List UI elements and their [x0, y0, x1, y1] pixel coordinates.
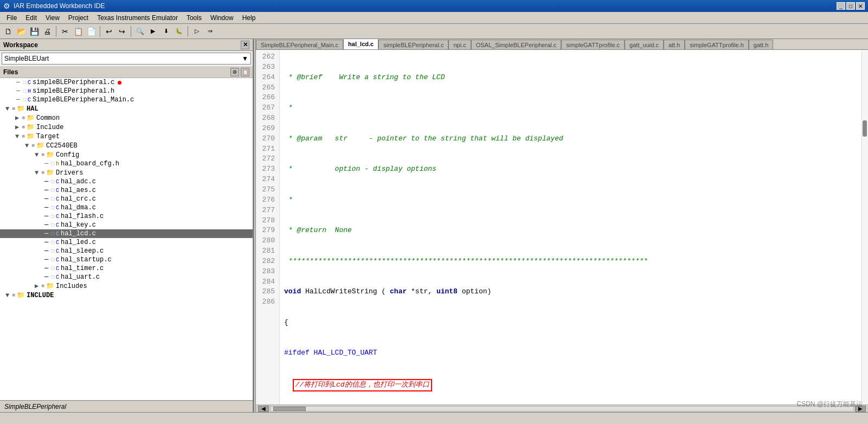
menu-item-view[interactable]: View: [41, 13, 64, 23]
tree-item-Config[interactable]: ▼ ■ 📁 Config: [0, 150, 253, 159]
tree-label: CC2540EB: [46, 142, 78, 150]
folder-icon-target: 📁: [27, 132, 35, 140]
tree-item-Include[interactable]: ▶ ■ 📁 Include: [0, 123, 253, 132]
workspace-header: Workspace ✕: [0, 39, 253, 51]
tree-item-hal-aes[interactable]: ─ □ C hal_aes.c: [0, 186, 253, 195]
tab-simpleGATTprofile-h[interactable]: simpleGATTprofile.h: [685, 40, 748, 49]
tree-label: hal_flash.c: [61, 213, 104, 220]
tab-simpleGATTprofile-c[interactable]: simpleGATTprofile.c: [561, 40, 625, 49]
toolbar-new[interactable]: 🗋: [2, 25, 14, 37]
tree-item-hal-dma[interactable]: ─ □ C hal_dma.c: [0, 203, 253, 212]
tree-item-CC2540EB[interactable]: ▼ ■ 📁 CC2540EB: [0, 141, 253, 150]
tree-label: simpleBLEPeripheral.c: [33, 79, 114, 86]
tree-item-hal-timer[interactable]: ─ □ C hal_timer.c: [0, 264, 253, 273]
code-line-263: *: [284, 103, 861, 113]
file-icon-c: C: [28, 80, 31, 86]
line-numbers: 262 263 264 265 266 267 268 269 270 271 …: [256, 50, 280, 404]
files-tool-1[interactable]: ⚙: [230, 68, 239, 76]
tree-item-hal-board-cfg[interactable]: ─ □ h hal_board_cfg.h: [0, 159, 253, 168]
toolbar-build[interactable]: ▶: [147, 25, 159, 37]
tab-gatt-h[interactable]: gatt.h: [749, 40, 774, 49]
tree-minus-icon: ─: [16, 79, 22, 86]
tab-gatt-uuid[interactable]: gatt_uuid.c: [625, 40, 664, 49]
files-header: Files ⚙ 📋: [0, 66, 253, 78]
window-close[interactable]: ✕: [856, 2, 865, 10]
workspace-bottom-tab[interactable]: SimpleBLEPeripheral: [0, 400, 253, 412]
tree-item-hal-flash[interactable]: ─ □ C hal_flash.c: [0, 212, 253, 221]
menu-item-file[interactable]: File: [2, 13, 21, 23]
toolbar-debug[interactable]: 🐛: [173, 25, 185, 37]
menu-item-window[interactable]: Window: [206, 13, 238, 23]
folder-icon-config: 📁: [46, 151, 54, 159]
window-minimize[interactable]: _: [837, 2, 845, 10]
toolbar-run[interactable]: ▷: [191, 25, 203, 37]
tab-hal-lcd[interactable]: hal_lcd.c: [343, 39, 378, 49]
menu-bar: FileEditViewProjectTexas Instruments Emu…: [0, 12, 868, 24]
menu-item-texas-instruments-emulator[interactable]: Texas Instruments Emulator: [93, 13, 182, 23]
tree-item-hal-adc[interactable]: ─ □ C hal_adc.c: [0, 177, 253, 186]
editor-bottom-scrollbar[interactable]: ◀ ▶: [256, 404, 868, 412]
file-icon-c2: C: [28, 97, 31, 103]
code-line-268: ****************************************…: [284, 256, 861, 267]
tree-label: hal_led.c: [61, 239, 96, 246]
workspace-close-btn[interactable]: ✕: [241, 41, 249, 49]
menu-item-help[interactable]: Help: [238, 13, 260, 23]
tree-item-Common[interactable]: ▶ ■ 📁 Common: [0, 113, 253, 123]
workspace-dropdown[interactable]: SimpleBLEUart ▼: [2, 53, 251, 65]
tree-item-hal-uart[interactable]: ─ □ C hal_uart.c: [0, 273, 253, 281]
toolbar-print[interactable]: 🖨: [41, 25, 53, 37]
toolbar-undo[interactable]: ↩: [103, 25, 115, 37]
toolbar-redo[interactable]: ↪: [116, 25, 128, 37]
tree-item-Target[interactable]: ▼ ■ 📁 Target: [0, 132, 253, 141]
code-line-267: * @return None: [284, 226, 861, 236]
tree-item-hal-sleep[interactable]: ─ □ C hal_sleep.c: [0, 247, 253, 255]
toolbar-sep-3: [131, 26, 131, 37]
toolbar-copy[interactable]: 📋: [72, 25, 84, 37]
tree-label: Target: [36, 133, 60, 140]
tree-item-main-c[interactable]: ─ □ C SimpleBLEPeripheral_Main.c: [0, 95, 253, 104]
tab-OSAL[interactable]: OSAL_SimpleBLEPeripheral.c: [471, 40, 562, 49]
tree-label: hal_lcd.c: [61, 230, 96, 237]
code-line-265: * option - display options: [284, 164, 861, 175]
code-content[interactable]: * @brief Write a string to the LCD * * @…: [280, 50, 861, 404]
menu-item-project[interactable]: Project: [64, 13, 93, 23]
tree-item-simpleBLEPeripheral-h[interactable]: ─ □ H simpleBLEPeripheral.h: [0, 87, 253, 95]
tree-item-hal-key[interactable]: ─ □ C hal_key.c: [0, 221, 253, 229]
toolbar-step[interactable]: ⇒: [204, 25, 216, 37]
status-bar: [0, 412, 868, 424]
tree-label: Config: [56, 151, 79, 159]
window-maximize[interactable]: □: [846, 2, 855, 10]
tree-label: INCLUDE: [27, 292, 54, 299]
tree-item-simpleBLEPeripheral-c[interactable]: ─ □ C simpleBLEPeripheral.c: [0, 78, 253, 87]
toolbar-paste[interactable]: 📄: [85, 25, 97, 37]
tree-item-INCLUDE[interactable]: ▼ ■ 📁 INCLUDE: [0, 291, 253, 300]
files-label: Files: [3, 68, 18, 76]
file-icon-h2: h: [56, 161, 59, 167]
toolbar-cut[interactable]: ✂: [59, 25, 71, 37]
tree-item-hal-startup[interactable]: ─ □ C hal_startup.c: [0, 255, 253, 264]
tree-item-HAL[interactable]: ▼ ■ 📁 HAL: [0, 104, 253, 113]
tab-att-h[interactable]: att.h: [664, 40, 685, 49]
tree-item-hal-crc[interactable]: ─ □ C hal_crc.c: [0, 195, 253, 203]
tree-label: Common: [36, 114, 60, 122]
toolbar-save[interactable]: 💾: [28, 25, 40, 37]
tree-item-Drivers[interactable]: ▼ ■ 📁 Drivers: [0, 168, 253, 177]
tab-SimpleBLEPeripheral-Main[interactable]: SimpleBLEPeripheral_Main.c: [256, 40, 343, 49]
editor-content[interactable]: 262 263 264 265 266 267 268 269 270 271 …: [256, 50, 868, 404]
tab-npi[interactable]: npi.c: [448, 40, 471, 49]
toolbar-download[interactable]: ⬇: [160, 25, 172, 37]
menu-item-edit[interactable]: Edit: [21, 13, 41, 23]
files-tool-2[interactable]: 📋: [241, 68, 249, 76]
menu-item-tools[interactable]: Tools: [182, 13, 206, 23]
toolbar: 🗋 📂 💾 🖨 ✂ 📋 📄 ↩ ↪ 🔍 ▶ ⬇ 🐛 ▷ ⇒: [0, 24, 868, 39]
tree-item-hal-lcd[interactable]: ─ □ C hal_lcd.c: [0, 229, 253, 238]
tree-item-hal-led[interactable]: ─ □ C hal_led.c: [0, 238, 253, 247]
toolbar-find[interactable]: 🔍: [134, 25, 146, 37]
tree-item-Includes[interactable]: ▶ ■ 📁 Includes: [0, 281, 253, 291]
tree-label: hal_timer.c: [61, 265, 104, 272]
red-dot: [118, 81, 121, 85]
tab-simpleBLEPeripheral-c[interactable]: simpleBLEPeripheral.c: [378, 40, 448, 49]
folder-icon-hal: 📁: [17, 105, 25, 113]
toolbar-open[interactable]: 📂: [15, 25, 27, 37]
tree-label: simpleBLEPeripheral.h: [33, 87, 114, 95]
